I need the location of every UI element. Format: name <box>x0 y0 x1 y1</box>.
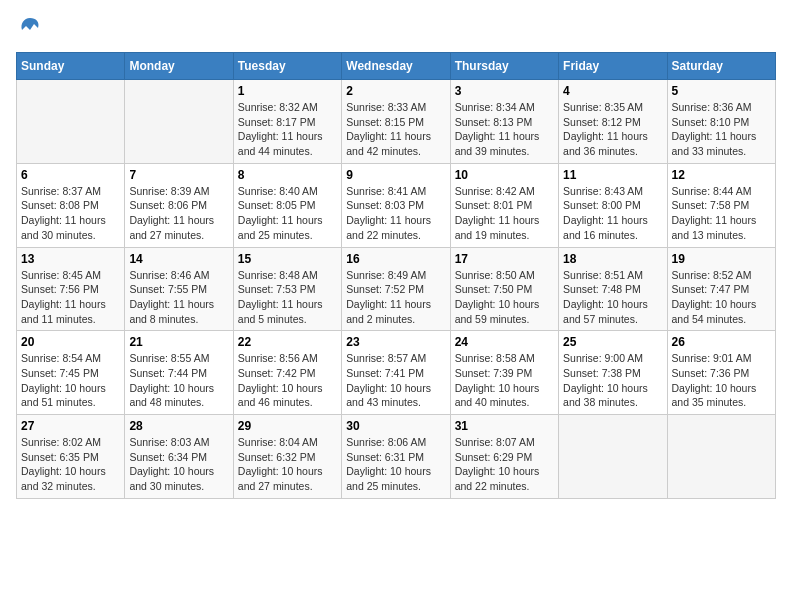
day-number: 7 <box>129 168 228 182</box>
day-number: 5 <box>672 84 771 98</box>
day-number: 27 <box>21 419 120 433</box>
day-info: Sunrise: 9:01 AM Sunset: 7:36 PM Dayligh… <box>672 351 771 410</box>
day-number: 30 <box>346 419 445 433</box>
day-number: 8 <box>238 168 337 182</box>
calendar-cell: 27Sunrise: 8:02 AM Sunset: 6:35 PM Dayli… <box>17 415 125 499</box>
calendar-cell: 4Sunrise: 8:35 AM Sunset: 8:12 PM Daylig… <box>559 80 667 164</box>
day-number: 16 <box>346 252 445 266</box>
weekday-header-wednesday: Wednesday <box>342 53 450 80</box>
day-info: Sunrise: 8:45 AM Sunset: 7:56 PM Dayligh… <box>21 268 120 327</box>
day-number: 9 <box>346 168 445 182</box>
calendar-cell: 2Sunrise: 8:33 AM Sunset: 8:15 PM Daylig… <box>342 80 450 164</box>
calendar-cell <box>17 80 125 164</box>
calendar-cell: 25Sunrise: 9:00 AM Sunset: 7:38 PM Dayli… <box>559 331 667 415</box>
day-number: 31 <box>455 419 554 433</box>
calendar-cell: 5Sunrise: 8:36 AM Sunset: 8:10 PM Daylig… <box>667 80 775 164</box>
day-info: Sunrise: 8:04 AM Sunset: 6:32 PM Dayligh… <box>238 435 337 494</box>
calendar-cell: 7Sunrise: 8:39 AM Sunset: 8:06 PM Daylig… <box>125 163 233 247</box>
day-number: 29 <box>238 419 337 433</box>
calendar-cell: 12Sunrise: 8:44 AM Sunset: 7:58 PM Dayli… <box>667 163 775 247</box>
calendar-cell: 16Sunrise: 8:49 AM Sunset: 7:52 PM Dayli… <box>342 247 450 331</box>
weekday-header-saturday: Saturday <box>667 53 775 80</box>
calendar-cell: 30Sunrise: 8:06 AM Sunset: 6:31 PM Dayli… <box>342 415 450 499</box>
weekday-header-thursday: Thursday <box>450 53 558 80</box>
day-info: Sunrise: 8:57 AM Sunset: 7:41 PM Dayligh… <box>346 351 445 410</box>
day-info: Sunrise: 8:56 AM Sunset: 7:42 PM Dayligh… <box>238 351 337 410</box>
weekday-header-monday: Monday <box>125 53 233 80</box>
day-number: 17 <box>455 252 554 266</box>
logo <box>16 16 42 40</box>
calendar-cell: 22Sunrise: 8:56 AM Sunset: 7:42 PM Dayli… <box>233 331 341 415</box>
day-info: Sunrise: 9:00 AM Sunset: 7:38 PM Dayligh… <box>563 351 662 410</box>
day-info: Sunrise: 8:07 AM Sunset: 6:29 PM Dayligh… <box>455 435 554 494</box>
day-info: Sunrise: 8:42 AM Sunset: 8:01 PM Dayligh… <box>455 184 554 243</box>
calendar-cell: 13Sunrise: 8:45 AM Sunset: 7:56 PM Dayli… <box>17 247 125 331</box>
day-number: 23 <box>346 335 445 349</box>
calendar-cell: 1Sunrise: 8:32 AM Sunset: 8:17 PM Daylig… <box>233 80 341 164</box>
day-info: Sunrise: 8:55 AM Sunset: 7:44 PM Dayligh… <box>129 351 228 410</box>
calendar-cell: 9Sunrise: 8:41 AM Sunset: 8:03 PM Daylig… <box>342 163 450 247</box>
day-number: 13 <box>21 252 120 266</box>
day-number: 3 <box>455 84 554 98</box>
day-info: Sunrise: 8:43 AM Sunset: 8:00 PM Dayligh… <box>563 184 662 243</box>
day-info: Sunrise: 8:35 AM Sunset: 8:12 PM Dayligh… <box>563 100 662 159</box>
day-number: 1 <box>238 84 337 98</box>
day-number: 2 <box>346 84 445 98</box>
day-info: Sunrise: 8:44 AM Sunset: 7:58 PM Dayligh… <box>672 184 771 243</box>
calendar-cell <box>125 80 233 164</box>
day-number: 15 <box>238 252 337 266</box>
day-number: 6 <box>21 168 120 182</box>
calendar-cell: 24Sunrise: 8:58 AM Sunset: 7:39 PM Dayli… <box>450 331 558 415</box>
calendar-cell: 3Sunrise: 8:34 AM Sunset: 8:13 PM Daylig… <box>450 80 558 164</box>
day-info: Sunrise: 8:54 AM Sunset: 7:45 PM Dayligh… <box>21 351 120 410</box>
calendar-cell: 19Sunrise: 8:52 AM Sunset: 7:47 PM Dayli… <box>667 247 775 331</box>
calendar-table: SundayMondayTuesdayWednesdayThursdayFrid… <box>16 52 776 499</box>
calendar-cell: 15Sunrise: 8:48 AM Sunset: 7:53 PM Dayli… <box>233 247 341 331</box>
day-info: Sunrise: 8:50 AM Sunset: 7:50 PM Dayligh… <box>455 268 554 327</box>
day-info: Sunrise: 8:46 AM Sunset: 7:55 PM Dayligh… <box>129 268 228 327</box>
weekday-header-friday: Friday <box>559 53 667 80</box>
day-number: 11 <box>563 168 662 182</box>
day-info: Sunrise: 8:40 AM Sunset: 8:05 PM Dayligh… <box>238 184 337 243</box>
day-info: Sunrise: 8:49 AM Sunset: 7:52 PM Dayligh… <box>346 268 445 327</box>
day-number: 14 <box>129 252 228 266</box>
calendar-cell: 8Sunrise: 8:40 AM Sunset: 8:05 PM Daylig… <box>233 163 341 247</box>
day-number: 12 <box>672 168 771 182</box>
weekday-header-tuesday: Tuesday <box>233 53 341 80</box>
calendar-cell: 17Sunrise: 8:50 AM Sunset: 7:50 PM Dayli… <box>450 247 558 331</box>
calendar-cell: 23Sunrise: 8:57 AM Sunset: 7:41 PM Dayli… <box>342 331 450 415</box>
day-number: 28 <box>129 419 228 433</box>
calendar-cell: 6Sunrise: 8:37 AM Sunset: 8:08 PM Daylig… <box>17 163 125 247</box>
calendar-cell: 31Sunrise: 8:07 AM Sunset: 6:29 PM Dayli… <box>450 415 558 499</box>
calendar-cell <box>667 415 775 499</box>
day-info: Sunrise: 8:34 AM Sunset: 8:13 PM Dayligh… <box>455 100 554 159</box>
day-info: Sunrise: 8:52 AM Sunset: 7:47 PM Dayligh… <box>672 268 771 327</box>
day-info: Sunrise: 8:37 AM Sunset: 8:08 PM Dayligh… <box>21 184 120 243</box>
calendar-cell: 18Sunrise: 8:51 AM Sunset: 7:48 PM Dayli… <box>559 247 667 331</box>
calendar-cell: 20Sunrise: 8:54 AM Sunset: 7:45 PM Dayli… <box>17 331 125 415</box>
day-number: 26 <box>672 335 771 349</box>
day-number: 20 <box>21 335 120 349</box>
day-info: Sunrise: 8:48 AM Sunset: 7:53 PM Dayligh… <box>238 268 337 327</box>
calendar-cell: 11Sunrise: 8:43 AM Sunset: 8:00 PM Dayli… <box>559 163 667 247</box>
calendar-cell: 21Sunrise: 8:55 AM Sunset: 7:44 PM Dayli… <box>125 331 233 415</box>
day-info: Sunrise: 8:39 AM Sunset: 8:06 PM Dayligh… <box>129 184 228 243</box>
calendar-cell: 14Sunrise: 8:46 AM Sunset: 7:55 PM Dayli… <box>125 247 233 331</box>
calendar-cell: 26Sunrise: 9:01 AM Sunset: 7:36 PM Dayli… <box>667 331 775 415</box>
day-number: 18 <box>563 252 662 266</box>
day-number: 22 <box>238 335 337 349</box>
day-info: Sunrise: 8:58 AM Sunset: 7:39 PM Dayligh… <box>455 351 554 410</box>
day-number: 19 <box>672 252 771 266</box>
day-info: Sunrise: 8:41 AM Sunset: 8:03 PM Dayligh… <box>346 184 445 243</box>
day-info: Sunrise: 8:36 AM Sunset: 8:10 PM Dayligh… <box>672 100 771 159</box>
calendar-cell <box>559 415 667 499</box>
weekday-header-sunday: Sunday <box>17 53 125 80</box>
day-number: 21 <box>129 335 228 349</box>
day-number: 25 <box>563 335 662 349</box>
day-number: 10 <box>455 168 554 182</box>
page-header <box>16 16 776 40</box>
day-number: 4 <box>563 84 662 98</box>
logo-icon <box>18 16 42 40</box>
day-number: 24 <box>455 335 554 349</box>
calendar-cell: 10Sunrise: 8:42 AM Sunset: 8:01 PM Dayli… <box>450 163 558 247</box>
